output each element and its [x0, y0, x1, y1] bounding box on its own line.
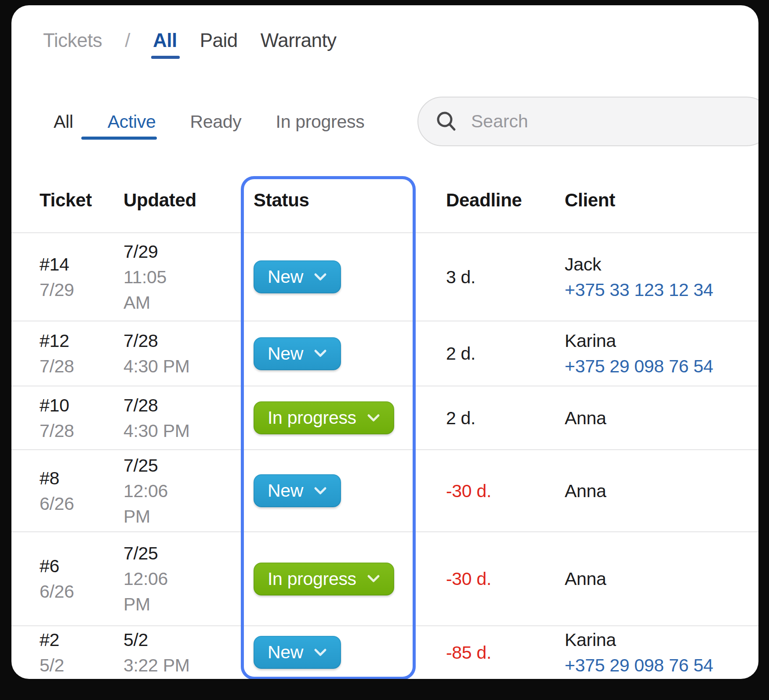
column-header-deadline: Deadline — [416, 190, 534, 211]
table-body: #14 7/29 7/29 11:05 AM New 3 d. Jack +37… — [11, 232, 758, 678]
client-cell: Karina +375 29 098 76 54 — [534, 627, 758, 678]
search-bar — [417, 97, 758, 146]
breadcrumb-tab-all[interactable]: All — [153, 30, 177, 51]
ticket-number: #2 — [40, 627, 123, 653]
column-header-client: Client — [534, 190, 758, 211]
ticket-date: 7/28 — [40, 354, 123, 379]
ticket-cell: #12 7/28 — [40, 328, 123, 379]
deadline-cell: 2 d. — [416, 341, 534, 366]
breadcrumb-tab-warranty[interactable]: Warranty — [261, 30, 337, 51]
deadline-value: -30 d. — [446, 569, 491, 589]
ticket-number: #6 — [40, 553, 123, 579]
updated-cell: 7/29 11:05 AM — [123, 239, 241, 315]
client-name: Jack — [565, 252, 758, 277]
ticket-date: 7/28 — [40, 418, 123, 444]
status-cell: New — [241, 474, 416, 507]
status-label: In progress — [268, 569, 356, 589]
updated-cell: 7/28 4:30 PM — [123, 393, 241, 444]
ticket-date: 7/29 — [40, 277, 123, 303]
table-row: #12 7/28 7/28 4:30 PM New 2 d. Karina +3… — [11, 321, 758, 386]
client-phone[interactable]: +375 33 123 12 34 — [565, 277, 758, 303]
chevron-down-icon — [367, 574, 380, 584]
chevron-down-icon — [367, 413, 380, 423]
status-label: New — [268, 480, 303, 501]
table-row: #14 7/29 7/29 11:05 AM New 3 d. Jack +37… — [11, 232, 758, 321]
table-row: #2 5/2 5/2 3:22 PM New -85 d. Karina +37… — [11, 625, 758, 678]
column-header-updated: Updated — [123, 190, 241, 211]
updated-time: 12:06 PM — [123, 566, 196, 617]
status-select[interactable]: In progress — [254, 401, 394, 434]
chevron-down-icon — [314, 648, 327, 657]
status-label: New — [268, 343, 303, 364]
updated-cell: 7/25 12:06 PM — [123, 453, 241, 529]
status-label: New — [268, 642, 303, 663]
ticket-cell: #6 6/26 — [40, 553, 123, 604]
ticket-date: 6/26 — [40, 579, 123, 604]
status-select[interactable]: New — [254, 260, 341, 293]
status-cell: New — [241, 337, 416, 370]
status-select[interactable]: New — [254, 337, 341, 370]
status-select[interactable]: In progress — [254, 563, 394, 595]
tab-active[interactable]: Active — [108, 111, 156, 132]
breadcrumb-tab-paid[interactable]: Paid — [200, 30, 238, 51]
tab-in-progress[interactable]: In progress — [276, 111, 365, 132]
ticket-cell: #2 5/2 — [40, 627, 123, 678]
breadcrumb: Tickets / All Paid Warranty — [43, 30, 337, 51]
ticket-number: #8 — [40, 465, 123, 491]
client-cell: Anna — [534, 566, 758, 592]
ticket-number: #10 — [40, 393, 123, 418]
client-cell: Karina +375 29 098 76 54 — [534, 328, 758, 379]
client-name: Anna — [565, 566, 758, 592]
deadline-cell: -30 d. — [416, 478, 534, 504]
updated-date: 7/28 — [123, 393, 196, 418]
updated-time: 4:30 PM — [123, 418, 196, 444]
client-phone[interactable]: +375 29 098 76 54 — [565, 653, 758, 678]
chevron-down-icon — [314, 486, 327, 496]
deadline-cell: -85 d. — [416, 640, 534, 665]
client-name: Anna — [565, 478, 758, 504]
client-cell: Anna — [534, 478, 758, 504]
table-header: Ticket Updated Status Deadline Client — [11, 190, 758, 232]
deadline-value: -85 d. — [446, 642, 491, 663]
updated-time: 11:05 AM — [123, 264, 196, 315]
ticket-cell: #8 6/26 — [40, 465, 123, 516]
deadline-value: 2 d. — [446, 343, 475, 364]
deadline-cell: 2 d. — [416, 405, 534, 431]
client-cell: Anna — [534, 405, 758, 431]
client-cell: Jack +375 33 123 12 34 — [534, 252, 758, 303]
status-select[interactable]: New — [254, 636, 341, 669]
breadcrumb-root[interactable]: Tickets — [43, 30, 102, 51]
status-select[interactable]: New — [254, 474, 341, 507]
breadcrumb-separator: / — [125, 30, 130, 51]
ticket-date: 6/26 — [40, 491, 123, 516]
updated-date: 7/29 — [123, 239, 196, 264]
deadline-cell: -30 d. — [416, 566, 534, 592]
ticket-cell: #10 7/28 — [40, 393, 123, 444]
search-input[interactable] — [470, 111, 683, 132]
column-header-ticket: Ticket — [40, 190, 123, 211]
deadline-value: -30 d. — [446, 481, 491, 501]
client-name: Karina — [565, 328, 758, 354]
tab-all[interactable]: All — [54, 111, 73, 132]
client-phone[interactable]: +375 29 098 76 54 — [565, 354, 758, 379]
updated-cell: 5/2 3:22 PM — [123, 627, 241, 678]
deadline-value: 3 d. — [446, 267, 475, 287]
client-name: Anna — [565, 405, 758, 431]
table-row: #10 7/28 7/28 4:30 PM In progress 2 d. A… — [11, 386, 758, 449]
ticket-date: 5/2 — [40, 653, 123, 678]
status-cell: In progress — [241, 563, 416, 595]
ticket-number: #12 — [40, 328, 123, 354]
updated-date: 7/28 — [123, 328, 196, 354]
ticket-number: #14 — [40, 252, 123, 277]
tab-ready[interactable]: Ready — [190, 111, 242, 132]
filter-tabs: All Active Ready In progress — [54, 111, 364, 132]
updated-time: 12:06 PM — [123, 478, 196, 529]
updated-date: 5/2 — [123, 627, 196, 653]
status-label: New — [268, 267, 303, 287]
updated-date: 7/25 — [123, 453, 196, 478]
page: { "breadcrumb": { "root": "Tickets", "se… — [0, 0, 769, 700]
chevron-down-icon — [314, 272, 327, 282]
ticket-cell: #14 7/29 — [40, 252, 123, 303]
deadline-cell: 3 d. — [416, 264, 534, 290]
status-cell: In progress — [241, 401, 416, 434]
